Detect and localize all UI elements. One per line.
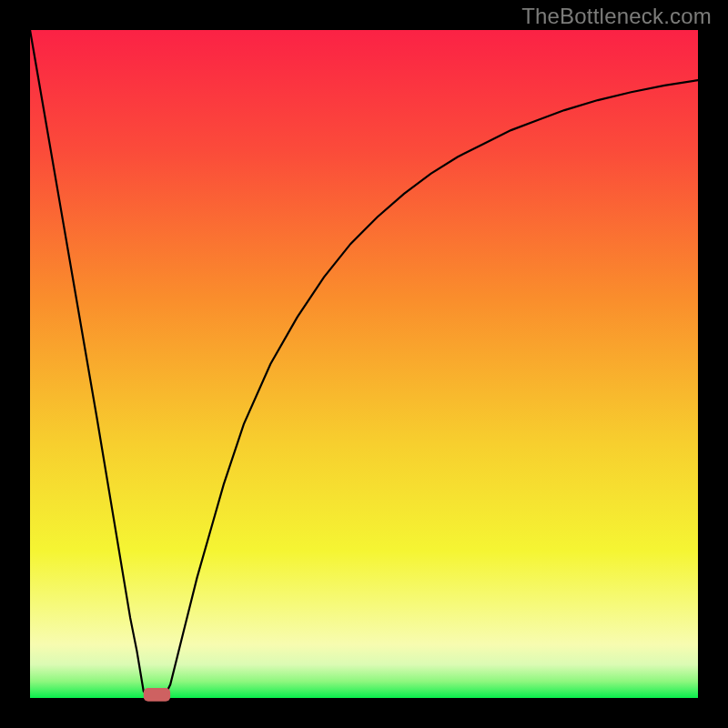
watermark-text: TheBottleneck.com: [521, 4, 712, 29]
chart-frame: { "watermark": "TheBottleneck.com", "col…: [0, 0, 728, 728]
chart-svg: [0, 0, 728, 728]
optimal-range-bar: [144, 688, 170, 702]
plot-background-gradient: [30, 30, 698, 698]
